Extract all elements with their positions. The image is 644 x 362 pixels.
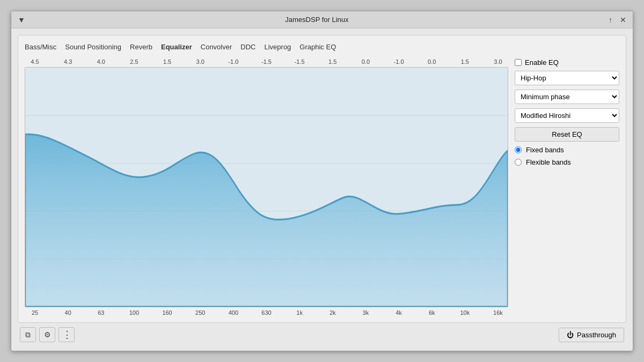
db-label-14: 3.0 bbox=[490, 58, 506, 65]
db-label-8: -1.5 bbox=[291, 58, 308, 65]
more-icon: ⋮ bbox=[62, 329, 71, 341]
enable-eq-row: Enable EQ bbox=[515, 58, 619, 67]
interpolation-select[interactable]: Modified Hiroshi Hiroshi Linear bbox=[515, 108, 619, 123]
db-label-7: -1.5 bbox=[258, 58, 274, 65]
eq-area: 4.5 4.3 4.0 2.5 1.5 3.0 -1.0 -1.5 -1.5 1… bbox=[25, 58, 619, 316]
eq-chart[interactable] bbox=[25, 67, 508, 307]
db-label-5: 3.0 bbox=[192, 58, 208, 65]
tab-reverb[interactable]: Reverb bbox=[130, 42, 152, 52]
titlebar-left: ▼ bbox=[16, 15, 27, 25]
freq-label-13: 10k bbox=[457, 309, 473, 316]
flexible-bands-radio[interactable] bbox=[515, 159, 522, 166]
flexible-bands-row: Flexible bands bbox=[515, 158, 619, 166]
freq-labels: 25 40 63 100 160 250 400 630 1k 2k 3k 4k… bbox=[25, 309, 508, 316]
tab-equalizer[interactable]: Equalizer bbox=[161, 42, 192, 52]
reset-eq-button[interactable]: Reset EQ bbox=[515, 127, 619, 142]
more-button[interactable]: ⋮ bbox=[58, 327, 75, 342]
db-label-13: 1.5 bbox=[457, 58, 473, 65]
db-label-2: 4.0 bbox=[93, 58, 109, 65]
freq-label-3: 100 bbox=[126, 309, 142, 316]
freq-label-1: 40 bbox=[60, 309, 76, 316]
db-labels: 4.5 4.3 4.0 2.5 1.5 3.0 -1.0 -1.5 -1.5 1… bbox=[25, 58, 508, 65]
settings-icon: ⚙ bbox=[44, 330, 51, 339]
preset-select[interactable]: Hip-Hop Rock Pop Jazz Classical Flat bbox=[515, 71, 619, 85]
flexible-bands-label[interactable]: Flexible bands bbox=[526, 158, 571, 166]
freq-label-5: 250 bbox=[192, 309, 208, 316]
freq-label-6: 400 bbox=[225, 309, 241, 316]
tab-ddc[interactable]: DDC bbox=[240, 42, 255, 52]
tab-sound-positioning[interactable]: Sound Positioning bbox=[65, 42, 121, 52]
freq-label-4: 160 bbox=[159, 309, 175, 316]
window-title: JamesDSP for Linux bbox=[27, 16, 606, 24]
fixed-bands-label[interactable]: Fixed bands bbox=[526, 146, 564, 154]
db-label-9: 1.5 bbox=[325, 58, 341, 65]
enable-eq-label[interactable]: Enable EQ bbox=[525, 58, 559, 67]
freq-label-2: 63 bbox=[93, 309, 109, 316]
db-label-0: 4.5 bbox=[27, 58, 43, 65]
db-label-4: 1.5 bbox=[159, 58, 175, 65]
tab-graphic-eq[interactable]: Graphic EQ bbox=[299, 42, 336, 52]
bottom-bar: ⧉ ⚙ ⋮ ⏻ Passthrough bbox=[18, 323, 626, 344]
freq-label-9: 2k bbox=[325, 309, 341, 316]
settings-button[interactable]: ⚙ bbox=[39, 327, 55, 342]
freq-label-12: 6k bbox=[424, 309, 440, 316]
freq-label-8: 1k bbox=[291, 309, 308, 316]
freq-label-10: 3k bbox=[357, 309, 374, 316]
passthrough-label: Passthrough bbox=[577, 331, 616, 339]
db-label-11: -1.0 bbox=[391, 58, 407, 65]
tab-liveprog[interactable]: Liveprog bbox=[264, 42, 291, 52]
passthrough-icon: ⏻ bbox=[567, 331, 574, 339]
freq-label-7: 630 bbox=[258, 309, 274, 316]
db-label-3: 2.5 bbox=[126, 58, 142, 65]
db-label-10: 0.0 bbox=[357, 58, 374, 65]
titlebar: ▼ JamesDSP for Linux ↑ ✕ bbox=[11, 11, 633, 28]
main-window: ▼ JamesDSP for Linux ↑ ✕ Bass/Misc Sound… bbox=[11, 11, 633, 351]
content-area: Bass/Misc Sound Positioning Reverb Equal… bbox=[11, 28, 633, 351]
expand-button[interactable]: ↑ bbox=[606, 15, 614, 25]
eq-chart-container: 4.5 4.3 4.0 2.5 1.5 3.0 -1.0 -1.5 -1.5 1… bbox=[25, 58, 508, 316]
main-panel: Bass/Misc Sound Positioning Reverb Equal… bbox=[18, 35, 626, 323]
phase-select[interactable]: Minimum phase Linear phase bbox=[515, 90, 619, 104]
db-label-12: 0.0 bbox=[424, 58, 440, 65]
collapse-button[interactable]: ▼ bbox=[16, 15, 27, 25]
controls-panel: Enable EQ Hip-Hop Rock Pop Jazz Classica… bbox=[515, 58, 619, 316]
tab-bassmisc[interactable]: Bass/Misc bbox=[25, 42, 56, 52]
db-label-6: -1.0 bbox=[225, 58, 241, 65]
freq-label-14: 16k bbox=[490, 309, 506, 316]
copy-icon: ⧉ bbox=[25, 330, 31, 339]
db-label-1: 4.3 bbox=[60, 58, 76, 65]
close-button[interactable]: ✕ bbox=[618, 15, 628, 25]
titlebar-right: ↑ ✕ bbox=[606, 15, 628, 25]
freq-label-11: 4k bbox=[391, 309, 407, 316]
fixed-bands-row: Fixed bands bbox=[515, 146, 619, 154]
bottom-left: ⧉ ⚙ ⋮ bbox=[20, 327, 75, 342]
passthrough-button[interactable]: ⏻ Passthrough bbox=[559, 328, 624, 342]
enable-eq-checkbox[interactable] bbox=[515, 59, 522, 66]
fixed-bands-radio[interactable] bbox=[515, 146, 522, 153]
copy-button[interactable]: ⧉ bbox=[20, 327, 36, 342]
freq-label-0: 25 bbox=[27, 309, 43, 316]
tab-convolver[interactable]: Convolver bbox=[201, 42, 232, 52]
nav-tabs: Bass/Misc Sound Positioning Reverb Equal… bbox=[25, 42, 619, 52]
